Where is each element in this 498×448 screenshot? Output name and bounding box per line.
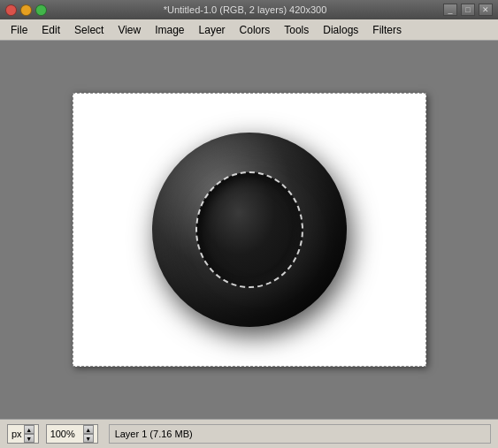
titlebar-close-button[interactable]: ✕ <box>479 4 493 16</box>
layer-info: Layer 1 (7.16 MB) <box>109 424 491 444</box>
menu-view[interactable]: View <box>111 22 148 38</box>
menu-file[interactable]: File <box>4 22 34 38</box>
zoom-selector[interactable]: 100% ▲ ▼ <box>46 424 98 444</box>
menu-dialogs[interactable]: Dialogs <box>316 22 365 38</box>
canvas-frame[interactable] <box>73 93 426 367</box>
zoom-down-button[interactable]: ▼ <box>83 434 94 443</box>
unit-spinner[interactable]: ▲ ▼ <box>24 425 34 443</box>
menu-edit[interactable]: Edit <box>34 22 67 38</box>
restore-button[interactable]: □ <box>461 4 475 16</box>
menu-image[interactable]: Image <box>148 22 191 38</box>
zoom-up-button[interactable]: ▲ <box>83 425 94 434</box>
menu-select[interactable]: Select <box>67 22 111 38</box>
title-bar: *Untitled-1.0 (RGB, 2 layers) 420x300 _ … <box>0 0 498 19</box>
menu-bar: File Edit Select View Image Layer Colors… <box>0 19 498 41</box>
menu-filters[interactable]: Filters <box>365 22 409 38</box>
title-bar-right: _ □ ✕ <box>443 4 493 16</box>
window-title: *Untitled-1.0 (RGB, 2 layers) 420x300 <box>52 4 438 15</box>
zoom-value: 100% <box>50 429 81 439</box>
unit-selector[interactable]: px ▲ ▼ <box>7 424 39 444</box>
marching-ants-selection <box>195 171 303 288</box>
menu-tools[interactable]: Tools <box>277 22 316 38</box>
window-controls[interactable] <box>5 4 47 16</box>
ring-outer <box>152 133 347 327</box>
menu-colors[interactable]: Colors <box>233 22 278 38</box>
zoom-spinner[interactable]: ▲ ▼ <box>83 425 94 443</box>
ring-object <box>152 133 347 327</box>
unit-down-button[interactable]: ▼ <box>24 434 34 443</box>
maximize-button[interactable] <box>35 4 47 16</box>
unit-up-button[interactable]: ▲ <box>24 425 34 434</box>
unit-value: px <box>11 429 22 439</box>
status-bar: px ▲ ▼ 100% ▲ ▼ Layer 1 (7.16 MB) <box>0 419 498 448</box>
minimize-button[interactable] <box>20 4 32 16</box>
menu-layer[interactable]: Layer <box>192 22 233 38</box>
close-button[interactable] <box>5 4 17 16</box>
collapse-button[interactable]: _ <box>443 4 457 16</box>
canvas-area <box>0 41 498 419</box>
